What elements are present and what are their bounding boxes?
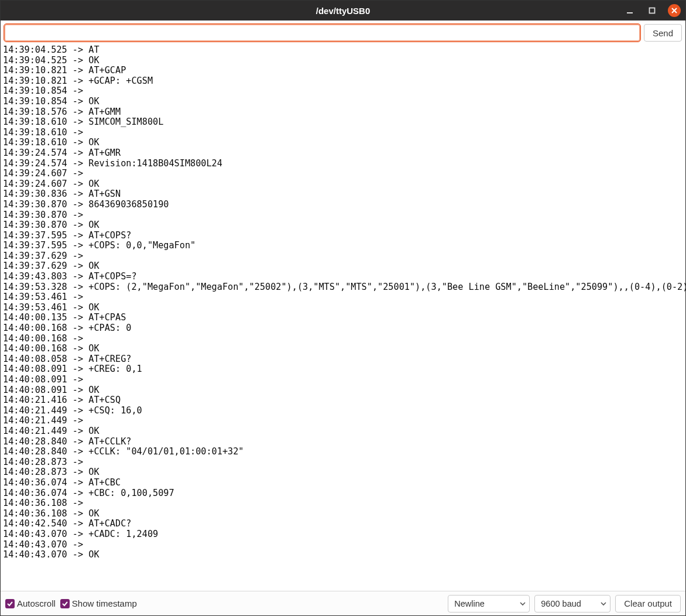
titlebar: /dev/ttyUSB0 xyxy=(1,1,685,20)
svg-rect-1 xyxy=(650,8,655,13)
command-input[interactable] xyxy=(4,24,640,42)
footer: Autoscroll Show timestamp No line ending… xyxy=(1,591,685,615)
command-row: Send xyxy=(1,20,685,45)
autoscroll-label: Autoscroll xyxy=(17,598,56,608)
close-icon xyxy=(671,7,678,14)
line-ending-select[interactable]: No line endingNewlineCarriage returnBoth… xyxy=(448,595,530,612)
baud-select[interactable]: 300 baud1200 baud2400 baud4800 baud9600 … xyxy=(534,595,610,612)
minimize-button[interactable] xyxy=(623,4,636,17)
show-timestamp-checkbox[interactable]: Show timestamp xyxy=(60,598,137,608)
baud-select-wrap: 300 baud1200 baud2400 baud4800 baud9600 … xyxy=(534,595,610,612)
maximize-button[interactable] xyxy=(646,4,658,17)
close-button[interactable] xyxy=(668,4,681,17)
line-ending-select-wrap: No line endingNewlineCarriage returnBoth… xyxy=(448,595,530,612)
autoscroll-checkbox[interactable]: Autoscroll xyxy=(5,598,56,608)
minimize-icon xyxy=(626,7,633,14)
check-icon xyxy=(7,601,13,607)
checkbox-icon xyxy=(60,599,70,608)
clear-output-button[interactable]: Clear output xyxy=(615,595,681,612)
checkbox-icon xyxy=(5,599,15,608)
log-text: 14:39:04.525 -> AT 14:39:04.525 -> OK 14… xyxy=(3,45,683,560)
window-controls xyxy=(623,1,681,20)
window-title: /dev/ttyUSB0 xyxy=(316,6,371,16)
log-area[interactable]: 14:39:04.525 -> AT 14:39:04.525 -> OK 14… xyxy=(1,45,685,591)
check-icon xyxy=(62,601,68,607)
send-button[interactable]: Send xyxy=(644,24,682,42)
timestamp-label: Show timestamp xyxy=(72,598,137,608)
maximize-icon xyxy=(649,7,656,14)
serial-monitor-window: /dev/ttyUSB0 Send 14:39:04.525 -> AT 14:… xyxy=(0,0,686,616)
